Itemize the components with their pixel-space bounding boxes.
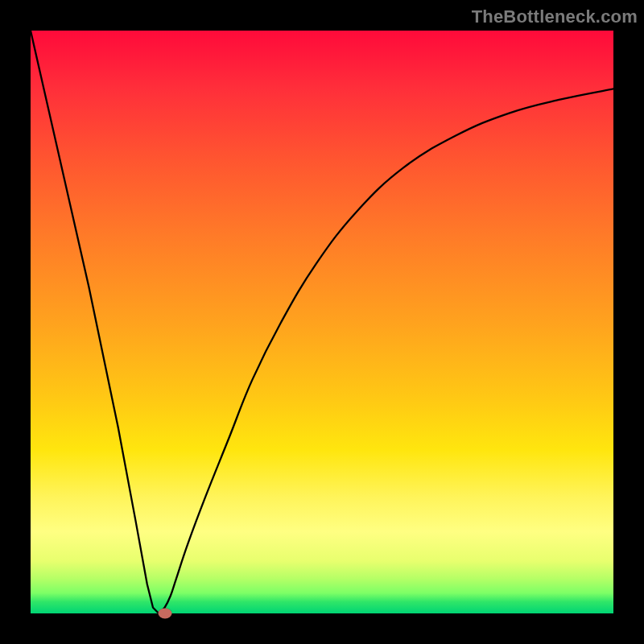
bottleneck-curve xyxy=(31,31,613,613)
curve-layer xyxy=(31,31,613,613)
min-marker xyxy=(158,609,171,619)
chart-frame: TheBottleneck.com xyxy=(0,0,644,644)
watermark-text: TheBottleneck.com xyxy=(472,6,638,27)
plot-area xyxy=(31,31,613,613)
